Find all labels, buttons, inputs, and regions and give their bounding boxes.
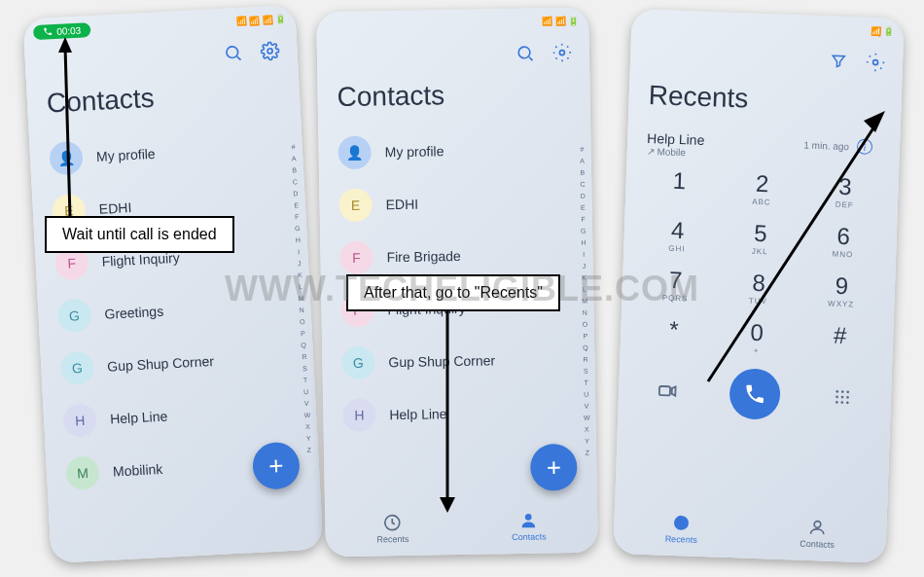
contact-row[interactable]: EEDHI — [319, 175, 592, 233]
contact-avatar: H — [62, 403, 97, 438]
filter-icon[interactable] — [827, 49, 851, 73]
svg-point-21 — [814, 521, 821, 527]
settings-icon[interactable] — [258, 39, 282, 63]
nav-contacts[interactable]: Contacts — [800, 518, 835, 550]
nav-recents[interactable]: Recents — [665, 513, 698, 545]
contact-avatar: H — [342, 398, 376, 432]
svg-point-17 — [835, 401, 838, 404]
svg-point-8 — [873, 59, 878, 64]
svg-point-0 — [227, 47, 238, 58]
settings-icon[interactable] — [864, 51, 888, 75]
svg-line-4 — [529, 56, 533, 60]
status-icons: 📶 📶 📶 🔋 — [235, 15, 286, 27]
nav-recents[interactable]: Recents — [376, 513, 409, 545]
clock-icon — [383, 513, 403, 532]
svg-marker-23 — [58, 37, 72, 53]
contact-name-label: Fire Brigade — [386, 248, 461, 265]
svg-rect-9 — [658, 386, 669, 396]
svg-point-2 — [267, 49, 272, 54]
annotation-arrow-2 — [428, 304, 467, 518]
svg-point-3 — [518, 47, 530, 58]
contact-row[interactable]: 👤My profile — [318, 123, 591, 180]
annotation-box-2: After that, go to "Recents" — [346, 274, 560, 311]
contact-name-label: Mobilink — [113, 461, 163, 480]
add-contact-fab[interactable]: + — [530, 444, 578, 491]
svg-marker-25 — [440, 497, 455, 513]
contact-name-label: Gup Shup Corner — [107, 353, 214, 375]
status-icons: 📶 📶 🔋 — [542, 17, 579, 27]
svg-point-14 — [835, 395, 838, 398]
svg-point-15 — [841, 396, 844, 399]
person-icon — [807, 518, 828, 538]
contact-name-label: Greetings — [104, 304, 163, 322]
page-title: Contacts — [317, 70, 590, 127]
svg-line-1 — [237, 56, 241, 60]
annotation-arrow-1 — [51, 37, 119, 222]
svg-point-18 — [841, 401, 844, 404]
svg-point-16 — [846, 396, 849, 399]
nav-label: Recents — [376, 534, 409, 545]
search-icon[interactable] — [221, 41, 245, 65]
contact-avatar: M — [65, 455, 100, 490]
call-timer: 00:03 — [56, 24, 82, 36]
annotation-box-1: Wait until call is ended — [45, 216, 234, 253]
search-icon[interactable] — [514, 42, 537, 65]
nav-contacts[interactable]: Contacts — [512, 510, 547, 542]
contact-avatar: 👤 — [338, 136, 372, 170]
contact-avatar: G — [60, 350, 95, 385]
annotation-arrow-3 — [698, 109, 893, 391]
contact-avatar: G — [341, 345, 375, 379]
contact-name-label: Help Line — [110, 408, 168, 426]
video-call-icon[interactable] — [656, 379, 678, 402]
nav-label: Contacts — [512, 531, 547, 542]
settings-icon[interactable] — [551, 41, 574, 64]
header — [317, 35, 590, 75]
svg-point-20 — [674, 516, 690, 531]
svg-line-22 — [65, 47, 70, 217]
contact-name-label: EDHI — [385, 197, 418, 213]
svg-marker-27 — [864, 111, 885, 132]
phone-icon — [43, 26, 53, 37]
svg-point-5 — [559, 51, 564, 55]
contact-name-label: My profile — [385, 143, 444, 160]
nav-label: Recents — [665, 534, 697, 545]
contact-avatar: G — [57, 298, 92, 333]
svg-point-19 — [846, 401, 849, 404]
svg-point-7 — [525, 514, 532, 521]
contact-avatar: F — [339, 241, 373, 275]
bottom-nav: Recents Contacts — [613, 499, 887, 563]
status-icons: 📶 🔋 — [871, 26, 895, 37]
clock-icon — [671, 513, 692, 533]
nav-label: Contacts — [800, 539, 835, 550]
svg-marker-10 — [671, 386, 675, 395]
person-icon — [518, 511, 538, 530]
contact-avatar: E — [338, 189, 373, 223]
svg-line-26 — [708, 121, 878, 381]
